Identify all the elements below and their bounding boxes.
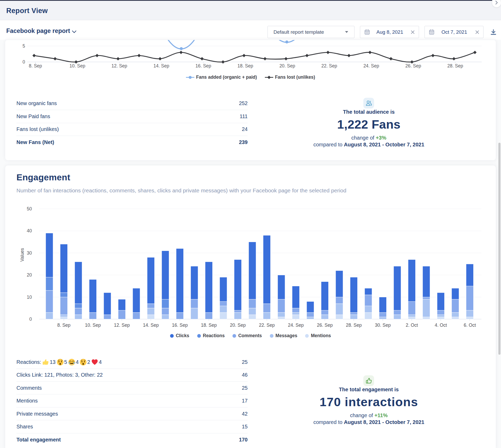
svg-text:20. Sep: 20. Sep [279, 63, 295, 68]
svg-text:Values: Values [20, 248, 25, 262]
svg-text:2. Oct: 2. Oct [406, 323, 418, 328]
svg-text:6. Oct: 6. Oct [464, 323, 476, 328]
svg-text:10. Sep: 10. Sep [69, 63, 85, 68]
svg-text:10. Sep: 10. Sep [85, 323, 101, 328]
svg-text:40: 40 [27, 228, 32, 233]
svg-text:14. Sep: 14. Sep [154, 63, 169, 68]
svg-text:24. Sep: 24. Sep [288, 323, 304, 328]
svg-text:14. Sep: 14. Sep [143, 323, 159, 328]
svg-text:0: 0 [29, 317, 32, 322]
svg-text:28. Sep: 28. Sep [346, 323, 362, 328]
svg-text:10: 10 [27, 295, 32, 300]
svg-text:22. Sep: 22. Sep [321, 63, 337, 68]
svg-text:8. Sep: 8. Sep [29, 63, 42, 68]
svg-text:50: 50 [27, 206, 32, 211]
svg-text:18. Sep: 18. Sep [237, 63, 253, 68]
svg-text:16. Sep: 16. Sep [195, 63, 211, 68]
svg-text:26. Sep: 26. Sep [405, 63, 421, 68]
svg-text:4. Oct: 4. Oct [435, 323, 447, 328]
svg-text:30. Sep: 30. Sep [375, 323, 391, 328]
svg-text:26. Sep: 26. Sep [317, 323, 333, 328]
svg-text:22. Sep: 22. Sep [259, 323, 275, 328]
svg-text:12. Sep: 12. Sep [114, 323, 130, 328]
svg-text:0: 0 [22, 59, 25, 65]
svg-text:18. Sep: 18. Sep [201, 323, 217, 328]
svg-text:30: 30 [27, 250, 32, 256]
svg-text:16. Sep: 16. Sep [172, 323, 188, 328]
svg-text:28. Sep: 28. Sep [447, 63, 463, 68]
svg-text:24. Sep: 24. Sep [363, 63, 379, 68]
svg-text:20: 20 [27, 272, 32, 278]
svg-text:12. Sep: 12. Sep [112, 63, 127, 68]
svg-text:5: 5 [22, 43, 25, 49]
svg-text:20. Sep: 20. Sep [230, 323, 246, 328]
svg-text:8. Sep: 8. Sep [57, 323, 71, 328]
